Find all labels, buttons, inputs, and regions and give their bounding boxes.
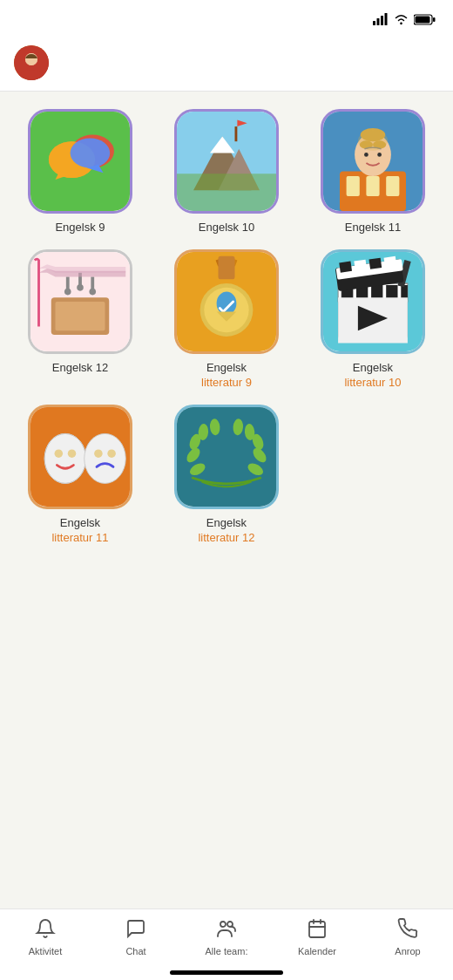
item-label-engelsk12: Engelsk 12 bbox=[52, 361, 108, 376]
item-label-engelsk9: Engelsk 9 bbox=[55, 221, 105, 235]
svg-rect-26 bbox=[366, 176, 379, 196]
grid-item-engelsklit10[interactable]: Engelsklitteratur 10 bbox=[307, 249, 439, 391]
icon-wrapper-engelsklit12 bbox=[174, 405, 279, 509]
grid-item-engelsklit11[interactable]: Engelsklitteratur 11 bbox=[14, 405, 146, 546]
icon-wrapper-engelsk12 bbox=[28, 249, 132, 354]
wifi-icon bbox=[394, 14, 409, 25]
header bbox=[0, 38, 453, 92]
grid-item-engelsk10[interactable]: Engelsk 10 bbox=[160, 109, 293, 235]
avatar bbox=[14, 45, 49, 80]
tab-item-alle-team[interactable]: Alle team: bbox=[181, 918, 272, 956]
icon-wrapper-engelsk11 bbox=[321, 109, 425, 214]
tab-label-chat: Chat bbox=[125, 946, 145, 956]
grid-item-engelsk12[interactable]: Engelsk 12 bbox=[14, 249, 146, 391]
item-label-engelsk11: Engelsk 11 bbox=[345, 221, 401, 235]
svg-rect-67 bbox=[339, 261, 352, 272]
item-label-engelsklit9: Engelsklitteratur 9 bbox=[201, 361, 252, 391]
grid-item-engelsklit12[interactable]: Engelsklitteratur 12 bbox=[160, 405, 293, 546]
item-label-engelsklit10: Engelsklitteratur 10 bbox=[344, 361, 401, 391]
tab-bar: Aktivitet Chat Alle team: Kalender Anrop bbox=[0, 909, 453, 980]
tab-label-kalender: Kalender bbox=[298, 946, 336, 956]
svg-rect-2 bbox=[381, 16, 383, 25]
tab-label-aktivitet: Aktivitet bbox=[29, 946, 63, 956]
tab-item-aktivitet[interactable]: Aktivitet bbox=[0, 918, 91, 956]
svg-rect-70 bbox=[384, 256, 397, 268]
svg-rect-1 bbox=[377, 18, 380, 25]
svg-rect-22 bbox=[177, 174, 276, 211]
svg-rect-27 bbox=[386, 176, 399, 196]
status-icons bbox=[373, 13, 436, 25]
svg-rect-6 bbox=[416, 16, 430, 23]
svg-rect-92 bbox=[309, 922, 325, 937]
home-indicator bbox=[170, 970, 283, 975]
calendar-icon bbox=[307, 918, 328, 943]
phone-icon bbox=[397, 918, 418, 943]
course-grid: Engelsk 9 Engelsk 10 Engelsk 11 bbox=[14, 109, 439, 545]
tab-label-alle-team: Alle team: bbox=[206, 946, 248, 956]
tab-label-anrop: Anrop bbox=[395, 946, 420, 956]
svg-rect-69 bbox=[368, 258, 382, 269]
item-label-engelsklit11: Engelsklitteratur 11 bbox=[51, 516, 108, 546]
item-label-engelsk10: Engelsk 10 bbox=[199, 221, 254, 235]
signal-icon bbox=[373, 13, 389, 25]
svg-rect-20 bbox=[235, 126, 238, 141]
item-label-engelsklit12: Engelsklitteratur 12 bbox=[198, 516, 254, 546]
svg-point-34 bbox=[358, 131, 388, 151]
grid-item-engelsklit9[interactable]: Engelsklitteratur 9 bbox=[160, 249, 293, 391]
svg-point-73 bbox=[55, 449, 64, 458]
tab-item-anrop[interactable]: Anrop bbox=[362, 918, 453, 956]
status-bar bbox=[0, 0, 453, 38]
icon-wrapper-engelsklit9 bbox=[174, 249, 279, 354]
chat-icon bbox=[125, 918, 146, 943]
svg-point-33 bbox=[377, 153, 382, 157]
svg-point-78 bbox=[107, 449, 116, 458]
svg-point-74 bbox=[68, 449, 77, 458]
svg-rect-7 bbox=[433, 17, 436, 22]
main-content: Engelsk 9 Engelsk 10 Engelsk 11 bbox=[0, 92, 453, 906]
svg-rect-68 bbox=[354, 260, 367, 271]
icon-wrapper-engelsk10 bbox=[174, 109, 279, 214]
svg-point-91 bbox=[227, 922, 233, 927]
icon-wrapper-engelsklit11 bbox=[28, 405, 132, 509]
svg-point-90 bbox=[220, 922, 226, 927]
svg-rect-3 bbox=[385, 13, 388, 25]
tab-item-chat[interactable]: Chat bbox=[91, 918, 181, 956]
svg-rect-37 bbox=[56, 302, 105, 330]
icon-wrapper-engelsk9 bbox=[28, 109, 132, 214]
svg-rect-0 bbox=[373, 21, 375, 25]
svg-rect-41 bbox=[66, 276, 70, 291]
grid-item-engelsk11[interactable]: Engelsk 11 bbox=[307, 109, 439, 235]
svg-rect-25 bbox=[347, 176, 360, 196]
tab-item-kalender[interactable]: Kalender bbox=[272, 918, 362, 956]
svg-point-76 bbox=[85, 433, 126, 483]
svg-point-77 bbox=[94, 449, 103, 458]
svg-point-15 bbox=[71, 138, 111, 167]
svg-point-50 bbox=[217, 291, 237, 315]
bell-icon bbox=[35, 918, 56, 943]
icon-wrapper-engelsklit10 bbox=[321, 249, 425, 354]
grid-item-engelsk9[interactable]: Engelsk 9 bbox=[14, 109, 146, 235]
svg-rect-43 bbox=[91, 276, 94, 291]
teams-icon bbox=[215, 918, 238, 943]
svg-rect-47 bbox=[219, 256, 235, 280]
svg-point-32 bbox=[364, 153, 368, 157]
battery-icon bbox=[414, 14, 436, 25]
svg-point-4 bbox=[400, 22, 402, 24]
